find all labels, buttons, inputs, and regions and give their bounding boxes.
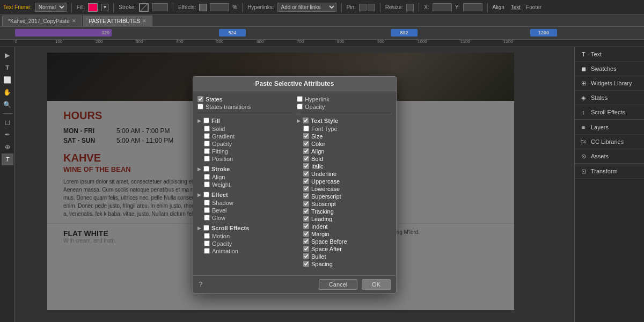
x-input[interactable]: 638 xyxy=(433,3,452,11)
text-style-checkbox[interactable] xyxy=(303,118,309,123)
effects-icon[interactable] xyxy=(199,4,207,11)
effect-glow-checkbox[interactable] xyxy=(204,215,210,221)
tool-type[interactable]: T xyxy=(2,153,13,165)
fill-solid-checkbox[interactable] xyxy=(204,126,210,131)
scroll-icon: ↕ xyxy=(579,108,588,116)
hyperlink-checkbox[interactable] xyxy=(297,96,303,102)
ts-underline-row: Underline xyxy=(303,170,392,178)
resize-btn[interactable] xyxy=(406,4,414,11)
tab-paste-close[interactable]: ✕ xyxy=(142,18,147,24)
ts-tracking-checkbox[interactable] xyxy=(303,208,309,214)
tool-pointer[interactable]: ▶ xyxy=(2,49,13,61)
states-transitions-checkbox[interactable] xyxy=(197,104,203,109)
fill-checkbox[interactable] xyxy=(203,118,209,123)
ts-leading-row: Leading xyxy=(303,215,392,223)
stroke-value-input[interactable]: 0 xyxy=(152,3,168,11)
tool-hand[interactable]: ✋ xyxy=(2,86,13,98)
frame-type-select[interactable]: Normal xyxy=(35,3,67,12)
opacity-checkbox[interactable] xyxy=(297,104,303,109)
ts-italic-checkbox[interactable] xyxy=(303,163,309,169)
sep3 xyxy=(173,3,173,12)
ts-bold-label: Bold xyxy=(311,156,323,162)
right-panel-transform[interactable]: ⊡ Transform xyxy=(575,164,644,179)
tool-crop[interactable]: ⊕ xyxy=(2,141,13,153)
ts-size-checkbox[interactable] xyxy=(303,133,309,139)
effect-checkbox[interactable] xyxy=(203,192,209,197)
fill-opacity-row: Opacity xyxy=(204,140,292,148)
scroll-animation-checkbox[interactable] xyxy=(204,248,210,254)
align-btn[interactable]: Align xyxy=(493,4,504,10)
tab-kahve[interactable]: *Kahve_2017_CopyPaste ✕ xyxy=(2,16,82,26)
states-checkbox[interactable] xyxy=(197,96,203,102)
tool-image[interactable]: ⬜ xyxy=(2,74,13,86)
ts-font-type-checkbox[interactable] xyxy=(303,126,309,131)
stroke-align-checkbox[interactable] xyxy=(204,174,210,180)
scroll-effects-arrow-icon[interactable]: ▶ xyxy=(197,225,201,231)
tab-text-btn[interactable]: Text xyxy=(511,4,521,10)
right-panel-states[interactable]: ◈ States xyxy=(575,91,644,105)
ts-leading-checkbox[interactable] xyxy=(303,216,309,222)
text-style-arrow-icon[interactable]: ▶ xyxy=(297,118,301,123)
ts-bold-checkbox[interactable] xyxy=(303,156,309,162)
tab-kahve-close[interactable]: ✕ xyxy=(72,18,76,24)
right-panel-scroll[interactable]: ↕ Scroll Effects xyxy=(575,105,644,120)
fill-arrow-icon[interactable]: ▶ xyxy=(197,118,201,123)
hyperlinks-select[interactable]: Add or filter links xyxy=(277,3,336,12)
effect-arrow-icon[interactable]: ▶ xyxy=(197,192,201,197)
right-panel-layers[interactable]: ≡ Layers xyxy=(575,120,644,135)
right-panel-text-label: Text xyxy=(591,51,602,57)
y-input[interactable]: 623 xyxy=(463,3,482,11)
right-panel-text[interactable]: T Text xyxy=(575,47,644,62)
ts-subscript-checkbox[interactable] xyxy=(303,201,309,207)
scroll-opacity-checkbox[interactable] xyxy=(204,240,210,246)
pin-btn2[interactable] xyxy=(368,4,375,11)
pin-btn[interactable] xyxy=(359,4,367,11)
cancel-button[interactable]: Cancel xyxy=(319,279,357,290)
ts-uppercase-checkbox[interactable] xyxy=(303,178,309,184)
tab-footer-btn[interactable]: Footer xyxy=(526,4,541,10)
ts-space-after-label: Space After xyxy=(311,246,342,252)
ts-superscript-checkbox[interactable] xyxy=(303,193,309,199)
ts-space-before-checkbox[interactable] xyxy=(303,238,309,244)
fill-position-checkbox[interactable] xyxy=(204,156,210,162)
fill-gradient-checkbox[interactable] xyxy=(204,133,210,139)
right-panel-swatches[interactable]: ◼ Swatches xyxy=(575,62,644,76)
modal-right-col: Hyperlink Opacity ▶ xyxy=(297,96,392,271)
ts-lowercase-row: Lowercase xyxy=(303,185,392,193)
tool-shape[interactable]: ◻ xyxy=(2,116,13,128)
tool-text[interactable]: T xyxy=(2,62,13,74)
scroll-motion-checkbox[interactable] xyxy=(204,233,210,239)
text-style-section-title: Text Style xyxy=(311,118,338,124)
ts-spacing-checkbox[interactable] xyxy=(303,261,309,267)
right-panel-assets[interactable]: ⊙ Assets xyxy=(575,149,644,164)
stroke-checkbox[interactable] xyxy=(203,166,209,172)
ts-lowercase-checkbox[interactable] xyxy=(303,186,309,192)
tool-pen[interactable]: ✒ xyxy=(2,129,13,141)
tool-zoom[interactable]: 🔍 xyxy=(2,99,13,111)
fill-fitting-checkbox[interactable] xyxy=(204,148,210,154)
ts-underline-checkbox[interactable] xyxy=(303,171,309,177)
effect-shadow-checkbox[interactable] xyxy=(204,200,210,206)
ts-margin-checkbox[interactable] xyxy=(303,231,309,237)
ts-align-checkbox[interactable] xyxy=(303,148,309,154)
effects-value-input[interactable]: 100% xyxy=(210,3,229,11)
ts-space-after-checkbox[interactable] xyxy=(303,246,309,252)
scroll-effects-checkbox[interactable] xyxy=(203,225,209,231)
tab-paste[interactable]: PASTE ATTRIBUTES ✕ xyxy=(83,16,153,26)
right-panel-widgets[interactable]: ⊞ Widgets Library xyxy=(575,76,644,91)
help-icon[interactable]: ? xyxy=(199,280,202,288)
stroke-arrow-icon[interactable]: ▶ xyxy=(197,166,201,172)
fill-arrow[interactable]: ▼ xyxy=(101,4,108,11)
ts-bullet-label: Bullet xyxy=(311,253,326,260)
ts-color-checkbox[interactable] xyxy=(303,141,309,147)
ts-indent-checkbox[interactable] xyxy=(303,223,309,229)
ts-bullet-checkbox[interactable] xyxy=(303,253,309,259)
stroke-swatch[interactable] xyxy=(139,3,149,12)
right-panel-cc[interactable]: Cc CC Libraries xyxy=(575,135,644,149)
fill-opacity-checkbox[interactable] xyxy=(204,141,210,147)
ok-button[interactable]: OK xyxy=(362,279,391,290)
stroke-weight-checkbox[interactable] xyxy=(204,181,210,187)
effect-bevel-checkbox[interactable] xyxy=(204,207,210,213)
fill-swatch[interactable] xyxy=(88,3,98,12)
modal-footer: ? Cancel OK xyxy=(193,275,396,293)
